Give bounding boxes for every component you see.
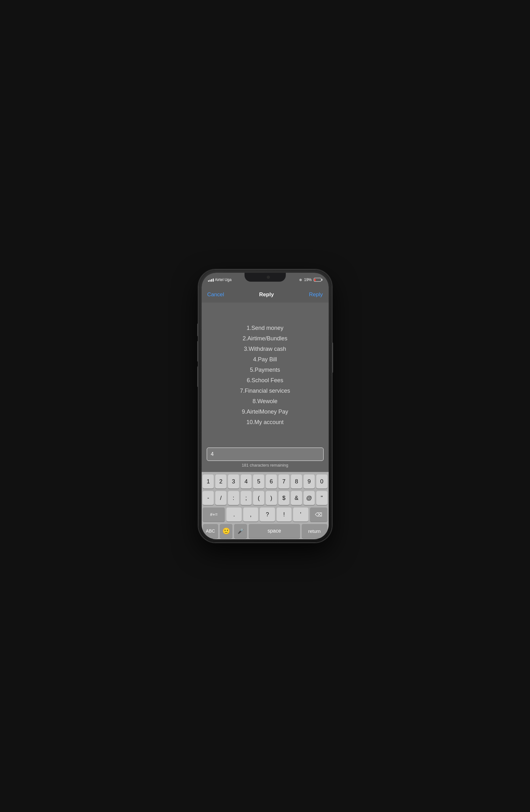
notch xyxy=(245,273,286,282)
menu-item-3: 3.Withdraw cash xyxy=(244,345,286,353)
menu-item-5: 5.Payments xyxy=(250,366,280,374)
menu-item-8: 8.Wewole xyxy=(252,397,278,406)
carrier-label: Airtel Uga xyxy=(215,277,232,282)
key-colon[interactable]: : xyxy=(228,491,239,505)
cancel-button[interactable]: Cancel xyxy=(207,291,224,298)
kb-row-3: #+= . , ? ! ' ⌫ xyxy=(203,508,327,521)
menu-item-9: 9.AirtelMoney Pay xyxy=(242,408,288,416)
key-0[interactable]: 0 xyxy=(316,475,327,489)
key-hashplus[interactable]: #+= xyxy=(203,508,225,521)
key-8[interactable]: 8 xyxy=(291,475,302,489)
reply-input[interactable] xyxy=(207,448,324,461)
content-area: 1.Send money 2.Airtime/Bundles 3.Withdra… xyxy=(201,303,329,472)
key-3[interactable]: 3 xyxy=(228,475,239,489)
menu-item-6: 6.School Fees xyxy=(247,376,283,385)
kb-row-4: ABC 🙂 🎤 space return xyxy=(203,524,327,538)
key-ampersand[interactable]: & xyxy=(291,491,302,505)
delete-icon: ⌫ xyxy=(315,512,322,518)
key-openparen[interactable]: ( xyxy=(253,491,264,505)
text-input-area: 181 characters remaining xyxy=(207,448,324,467)
key-exclaim[interactable]: ! xyxy=(277,508,292,521)
key-apostrophe[interactable]: ' xyxy=(293,508,308,521)
key-closeparen[interactable]: ) xyxy=(266,491,277,505)
key-quote[interactable]: " xyxy=(316,491,327,505)
key-dash[interactable]: - xyxy=(203,491,214,505)
key-7[interactable]: 7 xyxy=(279,475,290,489)
menu-item-7: 7.Financial services xyxy=(240,387,290,395)
battery-percent: 19% xyxy=(304,277,311,282)
menu-item-1: 1.Send money xyxy=(247,324,283,332)
compass-icon: ⊕ xyxy=(299,278,302,282)
key-1[interactable]: 1 xyxy=(203,475,214,489)
key-2[interactable]: 2 xyxy=(215,475,226,489)
navigation-bar: Cancel Reply Reply xyxy=(201,287,329,303)
key-mic[interactable]: 🎤 xyxy=(234,524,247,538)
key-6[interactable]: 6 xyxy=(266,475,277,489)
key-period[interactable]: . xyxy=(226,508,241,521)
status-right: ⊕ 19% xyxy=(299,277,322,282)
key-9[interactable]: 9 xyxy=(304,475,315,489)
reply-button[interactable]: Reply xyxy=(309,291,323,298)
mic-icon: 🎤 xyxy=(238,528,244,534)
key-question[interactable]: ? xyxy=(260,508,275,521)
phone-device: Airtel Uga ⊕ 19% Cancel Reply Reply xyxy=(198,270,332,542)
key-dollar[interactable]: $ xyxy=(279,491,290,505)
menu-list: 1.Send money 2.Airtime/Bundles 3.Withdra… xyxy=(207,309,324,441)
menu-item-4: 4.Pay Bill xyxy=(253,355,277,364)
camera xyxy=(267,276,270,279)
char-count: 181 characters remaining xyxy=(207,463,324,467)
battery-icon xyxy=(314,278,322,282)
key-5[interactable]: 5 xyxy=(253,475,264,489)
key-at[interactable]: @ xyxy=(304,491,315,505)
status-bar: Airtel Uga ⊕ 19% xyxy=(201,273,329,287)
kb-row-2: - / : ; ( ) $ & @ " xyxy=(203,491,327,505)
kb-row-1: 1 2 3 4 5 6 7 8 9 0 xyxy=(203,475,327,489)
key-return[interactable]: return xyxy=(302,524,327,538)
signal-icon xyxy=(208,278,214,282)
delete-key[interactable]: ⌫ xyxy=(310,508,327,521)
status-left: Airtel Uga xyxy=(208,277,232,282)
key-4[interactable]: 4 xyxy=(241,475,252,489)
key-space[interactable]: space xyxy=(249,524,300,538)
key-comma[interactable]: , xyxy=(243,508,258,521)
key-slash[interactable]: / xyxy=(215,491,226,505)
phone-screen: Airtel Uga ⊕ 19% Cancel Reply Reply xyxy=(201,273,329,539)
keyboard: 1 2 3 4 5 6 7 8 9 0 - / : ; ( ) $ & xyxy=(201,472,329,539)
key-semicolon[interactable]: ; xyxy=(241,491,252,505)
key-abc[interactable]: ABC xyxy=(203,524,219,538)
menu-item-10: 10.My account xyxy=(247,418,283,426)
nav-title: Reply xyxy=(259,291,274,298)
menu-item-2: 2.Airtime/Bundles xyxy=(242,334,288,343)
key-emoji[interactable]: 🙂 xyxy=(220,524,233,538)
